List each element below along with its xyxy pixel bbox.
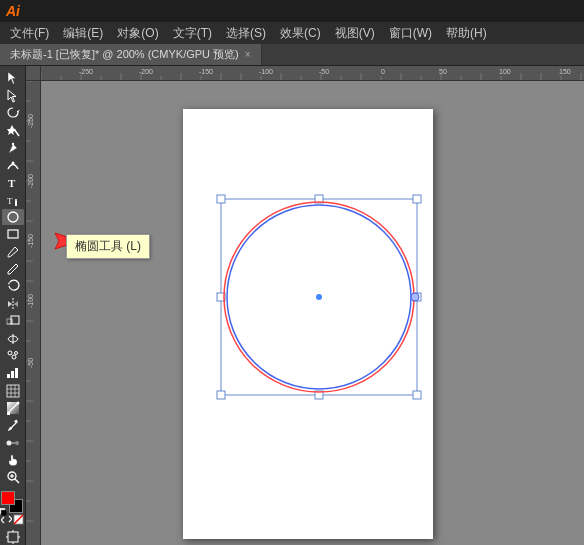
ellipse-right-handle [411, 293, 419, 301]
svg-text:-250: -250 [79, 68, 93, 75]
color-swatches[interactable] [1, 491, 25, 512]
menu-item-E[interactable]: 编辑(E) [57, 23, 109, 44]
svg-point-5 [8, 212, 18, 222]
svg-line-33 [15, 479, 19, 483]
svg-text:50: 50 [439, 68, 447, 75]
canvas-with-rulers: -250 -200 -150 -100 -50 0 50 100 150 [26, 66, 584, 545]
tab-bar: 未标题-1 [已恢复]* @ 200% (CMYK/GPU 预览) × [0, 44, 584, 66]
menu-bar: 文件(F)编辑(E)对象(O)文字(T)选择(S)效果(C)视图(V)窗口(W)… [0, 22, 584, 44]
mesh-tool[interactable] [2, 382, 24, 398]
menu-item-V[interactable]: 视图(V) [329, 23, 381, 44]
canvas-svg [41, 81, 584, 545]
svg-rect-40 [8, 532, 18, 542]
menu-item-S[interactable]: 选择(S) [220, 23, 272, 44]
svg-text:150: 150 [559, 68, 571, 75]
svg-text:-150: -150 [27, 234, 34, 248]
gradient-tool[interactable] [2, 400, 24, 416]
svg-text:0: 0 [381, 68, 385, 75]
svg-point-14 [8, 351, 12, 355]
svg-text:-100: -100 [259, 68, 273, 75]
svg-point-27 [16, 402, 19, 405]
svg-point-15 [12, 355, 16, 359]
svg-rect-28 [7, 412, 10, 415]
svg-text:T: T [8, 177, 16, 189]
svg-point-1 [11, 142, 13, 144]
type-tool[interactable]: T [2, 174, 24, 190]
ellipse-center-dot [316, 294, 322, 300]
menu-item-O[interactable]: 对象(O) [111, 23, 164, 44]
ruler-corner [26, 66, 41, 81]
menu-item-C[interactable]: 效果(C) [274, 23, 327, 44]
handle-bl [217, 391, 225, 399]
toolbar: T T [0, 66, 26, 545]
main-layout: T T [0, 66, 584, 545]
svg-rect-20 [7, 385, 19, 397]
title-bar: Ai [0, 0, 584, 22]
canvas-row: -250 -200 -150 -100 -50 [26, 81, 584, 545]
direct-select-tool[interactable] [2, 87, 24, 103]
svg-text:-50: -50 [319, 68, 329, 75]
ellipse-tool[interactable] [2, 209, 24, 225]
handle-br [413, 391, 421, 399]
svg-text:-100: -100 [27, 294, 34, 308]
svg-point-29 [6, 440, 11, 445]
document-tab[interactable]: 未标题-1 [已恢复]* @ 200% (CMYK/GPU 预览) × [0, 44, 262, 65]
ruler-top-row: -250 -200 -150 -100 -50 0 50 100 150 [26, 66, 584, 81]
handle-tl [217, 195, 225, 203]
tab-label: 未标题-1 [已恢复]* @ 200% (CMYK/GPU 预览) [10, 47, 239, 62]
svg-rect-83 [26, 81, 41, 541]
pen-tool[interactable] [2, 139, 24, 155]
ruler-vertical: -250 -200 -150 -100 -50 [26, 81, 41, 545]
curvature-tool[interactable] [2, 157, 24, 173]
zoom-tool[interactable] [2, 469, 24, 485]
svg-rect-6 [8, 230, 18, 238]
eyedropper-tool[interactable] [2, 417, 24, 433]
symbol-tool[interactable] [2, 348, 24, 364]
none-color-icon[interactable] [13, 514, 24, 525]
reflect-tool[interactable] [2, 296, 24, 312]
width-tool[interactable] [2, 330, 24, 346]
svg-text:-200: -200 [139, 68, 153, 75]
svg-rect-19 [15, 368, 18, 378]
graph-tool[interactable] [2, 365, 24, 381]
rectangle-tool[interactable] [2, 226, 24, 242]
hand-tool[interactable] [2, 452, 24, 468]
select-tool[interactable] [2, 70, 24, 86]
svg-point-2 [11, 161, 14, 164]
menu-item-T[interactable]: 文字(T) [167, 23, 218, 44]
scale-tool[interactable] [2, 313, 24, 329]
artboard-tool[interactable] [2, 528, 24, 544]
svg-point-16 [14, 351, 17, 354]
menu-item-W[interactable]: 窗口(W) [383, 23, 438, 44]
tab-close-button[interactable]: × [245, 49, 251, 60]
rotate-tool[interactable] [2, 278, 24, 294]
svg-rect-18 [11, 371, 14, 378]
svg-text:-150: -150 [199, 68, 213, 75]
svg-point-30 [15, 441, 19, 445]
ruler-horizontal: -250 -200 -150 -100 -50 0 50 100 150 [41, 66, 584, 81]
svg-rect-37 [1, 510, 7, 516]
magic-wand-tool[interactable] [2, 122, 24, 138]
reset-colors-icon[interactable] [0, 505, 7, 513]
pencil-tool[interactable] [2, 261, 24, 277]
touch-type-tool[interactable]: T [2, 192, 24, 208]
foreground-color-swatch[interactable] [1, 491, 15, 505]
ai-logo: Ai [6, 3, 20, 19]
menu-item-F[interactable]: 文件(F) [4, 23, 55, 44]
svg-text:-200: -200 [27, 174, 34, 188]
handle-tr [413, 195, 421, 203]
menu-item-H[interactable]: 帮助(H) [440, 23, 493, 44]
svg-rect-17 [7, 374, 10, 378]
lasso-tool[interactable] [2, 105, 24, 121]
svg-text:T: T [7, 196, 13, 206]
blend-tool[interactable] [2, 435, 24, 451]
svg-text:-250: -250 [27, 114, 34, 128]
canvas-area[interactable]: 椭圆工具 (L) [41, 81, 584, 545]
svg-text:100: 100 [499, 68, 511, 75]
paintbrush-tool[interactable] [2, 244, 24, 260]
svg-text:-50: -50 [27, 358, 34, 368]
svg-line-7 [15, 247, 18, 250]
